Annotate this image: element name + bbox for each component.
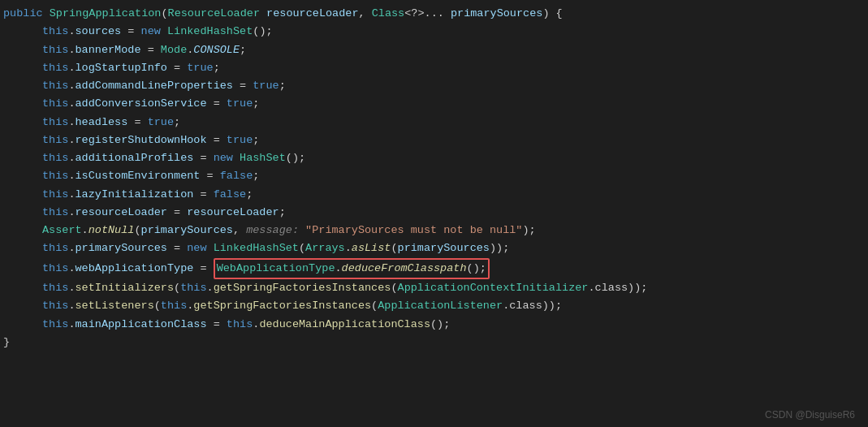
code-line-7: this.headless = true; [0, 114, 868, 132]
code-line-10: this.isCustomEnvironment = false; [0, 167, 868, 185]
code-line-14: this.primarySources = new LinkedHashSet(… [0, 239, 868, 257]
token-public: public [3, 7, 50, 19]
code-line-16: this.setInitializers(this.getSpringFacto… [0, 279, 868, 297]
token-class-name: SpringApplication [50, 7, 162, 19]
code-line-4: this.logStartupInfo = true; [0, 59, 868, 77]
code-line-8: this.registerShutdownHook = true; [0, 132, 868, 149]
watermark: CSDN @DisguiseR6 [765, 409, 855, 421]
code-line-13: Assert.notNull(primarySources, message: … [0, 222, 868, 239]
code-line-12: this.resourceLoader = resourceLoader; [0, 204, 868, 222]
code-line-18: this.mainApplicationClass = this.deduceM… [0, 316, 868, 334]
code-line-9: this.additionalProfiles = new HashSet(); [0, 149, 868, 167]
code-line-11: this.lazyInitialization = false; [0, 186, 868, 204]
code-line-19: } [0, 334, 868, 352]
code-editor: public SpringApplication(ResourceLoader … [0, 0, 868, 427]
code-line-3: this.bannerMode = Mode.CONSOLE; [0, 41, 868, 59]
code-line-5: this.addCommandLineProperties = true; [0, 77, 868, 95]
code-line-2: this.sources = new LinkedHashSet(); [0, 23, 868, 41]
code-line-15: this.webApplicationType = WebApplication… [0, 258, 868, 279]
code-line-17: this.setListeners(this.getSpringFactorie… [0, 297, 868, 315]
code-line-6: this.addConversionService = true; [0, 95, 868, 113]
code-line-1: public SpringApplication(ResourceLoader … [0, 5, 868, 23]
highlighted-expression: WebApplicationType.deduceFromClasspath()… [214, 258, 490, 279]
